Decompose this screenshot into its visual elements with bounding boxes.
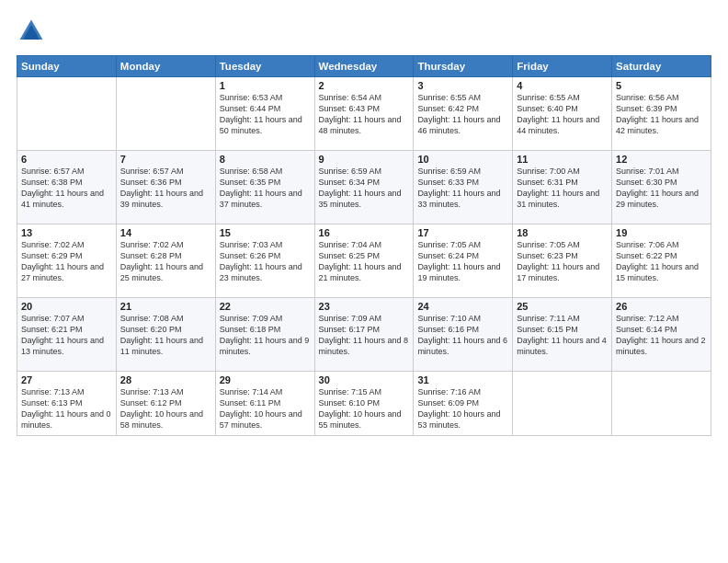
day-number: 2 [319,80,410,91]
day-number: 22 [220,301,311,312]
calendar-cell: 28Sunrise: 7:13 AM Sunset: 6:12 PM Dayli… [116,372,215,436]
cell-content: Sunrise: 6:57 AM Sunset: 6:38 PM Dayligh… [21,166,112,211]
calendar-header-row: SundayMondayTuesdayWednesdayThursdayFrid… [17,56,711,77]
day-header-friday: Friday [513,56,612,77]
cell-content: Sunrise: 7:09 AM Sunset: 6:17 PM Dayligh… [319,313,410,358]
day-number: 7 [120,154,211,165]
day-number: 15 [220,227,311,238]
cell-content: Sunrise: 7:02 AM Sunset: 6:29 PM Dayligh… [21,239,112,284]
calendar-cell: 8Sunrise: 6:58 AM Sunset: 6:35 PM Daylig… [215,151,314,224]
calendar-cell: 19Sunrise: 7:06 AM Sunset: 6:22 PM Dayli… [612,224,711,298]
calendar-cell: 25Sunrise: 7:11 AM Sunset: 6:15 PM Dayli… [513,298,612,372]
calendar-cell: 12Sunrise: 7:01 AM Sunset: 6:30 PM Dayli… [612,151,711,224]
calendar-cell: 18Sunrise: 7:05 AM Sunset: 6:23 PM Dayli… [513,224,612,298]
calendar-cell: 31Sunrise: 7:16 AM Sunset: 6:09 PM Dayli… [414,372,513,436]
day-number: 23 [319,301,410,312]
day-number: 5 [616,80,707,91]
cell-content: Sunrise: 6:57 AM Sunset: 6:36 PM Dayligh… [120,166,211,211]
calendar-cell: 29Sunrise: 7:14 AM Sunset: 6:11 PM Dayli… [215,372,314,436]
day-number: 9 [319,154,410,165]
cell-content: Sunrise: 7:12 AM Sunset: 6:14 PM Dayligh… [616,313,707,358]
calendar-cell: 6Sunrise: 6:57 AM Sunset: 6:38 PM Daylig… [17,151,117,224]
cell-content: Sunrise: 7:03 AM Sunset: 6:26 PM Dayligh… [220,239,311,284]
day-header-monday: Monday [116,56,215,77]
day-header-tuesday: Tuesday [215,56,314,77]
calendar-cell: 7Sunrise: 6:57 AM Sunset: 6:36 PM Daylig… [116,151,215,224]
day-number: 26 [616,301,707,312]
cell-content: Sunrise: 6:54 AM Sunset: 6:43 PM Dayligh… [319,92,410,137]
calendar-cell: 9Sunrise: 6:59 AM Sunset: 6:34 PM Daylig… [314,151,414,224]
cell-content: Sunrise: 7:08 AM Sunset: 6:20 PM Dayligh… [120,313,211,358]
cell-content: Sunrise: 7:15 AM Sunset: 6:10 PM Dayligh… [319,386,410,431]
calendar-cell [513,372,612,436]
logo-icon [17,17,46,46]
calendar-cell: 4Sunrise: 6:55 AM Sunset: 6:40 PM Daylig… [513,77,612,151]
day-number: 16 [319,227,410,238]
svg-rect-2 [27,33,37,40]
calendar-cell: 14Sunrise: 7:02 AM Sunset: 6:28 PM Dayli… [116,224,215,298]
calendar-week-1: 1Sunrise: 6:53 AM Sunset: 6:44 PM Daylig… [17,77,711,151]
day-number: 28 [120,374,211,385]
page: SundayMondayTuesdayWednesdayThursdayFrid… [0,0,728,563]
cell-content: Sunrise: 6:55 AM Sunset: 6:42 PM Dayligh… [417,92,508,137]
calendar-cell: 15Sunrise: 7:03 AM Sunset: 6:26 PM Dayli… [215,224,314,298]
cell-content: Sunrise: 6:53 AM Sunset: 6:44 PM Dayligh… [220,92,311,137]
calendar-cell: 22Sunrise: 7:09 AM Sunset: 6:18 PM Dayli… [215,298,314,372]
cell-content: Sunrise: 7:04 AM Sunset: 6:25 PM Dayligh… [319,239,410,284]
cell-content: Sunrise: 7:00 AM Sunset: 6:31 PM Dayligh… [517,166,608,211]
header [17,17,711,46]
calendar-cell: 10Sunrise: 6:59 AM Sunset: 6:33 PM Dayli… [414,151,513,224]
day-number: 3 [417,80,508,91]
calendar-cell: 21Sunrise: 7:08 AM Sunset: 6:20 PM Dayli… [116,298,215,372]
cell-content: Sunrise: 7:13 AM Sunset: 6:12 PM Dayligh… [120,386,211,431]
cell-content: Sunrise: 6:56 AM Sunset: 6:39 PM Dayligh… [616,92,707,137]
day-number: 24 [417,301,508,312]
cell-content: Sunrise: 7:02 AM Sunset: 6:28 PM Dayligh… [120,239,211,284]
cell-content: Sunrise: 6:59 AM Sunset: 6:33 PM Dayligh… [417,166,508,211]
day-number: 11 [517,154,608,165]
day-number: 12 [616,154,707,165]
day-number: 6 [21,154,112,165]
cell-content: Sunrise: 6:58 AM Sunset: 6:35 PM Dayligh… [220,166,311,211]
calendar-cell: 5Sunrise: 6:56 AM Sunset: 6:39 PM Daylig… [612,77,711,151]
cell-content: Sunrise: 7:16 AM Sunset: 6:09 PM Dayligh… [417,386,508,431]
calendar-week-3: 13Sunrise: 7:02 AM Sunset: 6:29 PM Dayli… [17,224,711,298]
day-number: 14 [120,227,211,238]
cell-content: Sunrise: 7:13 AM Sunset: 6:13 PM Dayligh… [21,386,112,431]
day-number: 4 [517,80,608,91]
day-number: 17 [417,227,508,238]
calendar-cell: 30Sunrise: 7:15 AM Sunset: 6:10 PM Dayli… [314,372,414,436]
calendar-week-4: 20Sunrise: 7:07 AM Sunset: 6:21 PM Dayli… [17,298,711,372]
calendar-week-2: 6Sunrise: 6:57 AM Sunset: 6:38 PM Daylig… [17,151,711,224]
cell-content: Sunrise: 7:09 AM Sunset: 6:18 PM Dayligh… [220,313,311,358]
cell-content: Sunrise: 6:55 AM Sunset: 6:40 PM Dayligh… [517,92,608,137]
calendar-cell: 24Sunrise: 7:10 AM Sunset: 6:16 PM Dayli… [414,298,513,372]
cell-content: Sunrise: 7:11 AM Sunset: 6:15 PM Dayligh… [517,313,608,358]
calendar-cell: 2Sunrise: 6:54 AM Sunset: 6:43 PM Daylig… [314,77,414,151]
calendar-cell [116,77,215,151]
cell-content: Sunrise: 7:06 AM Sunset: 6:22 PM Dayligh… [616,239,707,284]
logo [17,17,50,46]
day-number: 29 [220,374,311,385]
calendar-week-5: 27Sunrise: 7:13 AM Sunset: 6:13 PM Dayli… [17,372,711,436]
cell-content: Sunrise: 7:14 AM Sunset: 6:11 PM Dayligh… [220,386,311,431]
calendar-cell: 3Sunrise: 6:55 AM Sunset: 6:42 PM Daylig… [414,77,513,151]
day-number: 21 [120,301,211,312]
day-header-thursday: Thursday [414,56,513,77]
day-number: 13 [21,227,112,238]
day-number: 19 [616,227,707,238]
day-number: 1 [220,80,311,91]
cell-content: Sunrise: 7:07 AM Sunset: 6:21 PM Dayligh… [21,313,112,358]
cell-content: Sunrise: 7:05 AM Sunset: 6:23 PM Dayligh… [517,239,608,284]
cell-content: Sunrise: 7:10 AM Sunset: 6:16 PM Dayligh… [417,313,508,358]
cell-content: Sunrise: 6:59 AM Sunset: 6:34 PM Dayligh… [319,166,410,211]
day-number: 18 [517,227,608,238]
calendar-cell: 20Sunrise: 7:07 AM Sunset: 6:21 PM Dayli… [17,298,117,372]
day-number: 10 [417,154,508,165]
day-number: 8 [220,154,311,165]
cell-content: Sunrise: 7:01 AM Sunset: 6:30 PM Dayligh… [616,166,707,211]
calendar-cell: 27Sunrise: 7:13 AM Sunset: 6:13 PM Dayli… [17,372,117,436]
day-number: 27 [21,374,112,385]
day-header-sunday: Sunday [17,56,117,77]
calendar-table: SundayMondayTuesdayWednesdayThursdayFrid… [17,55,711,436]
